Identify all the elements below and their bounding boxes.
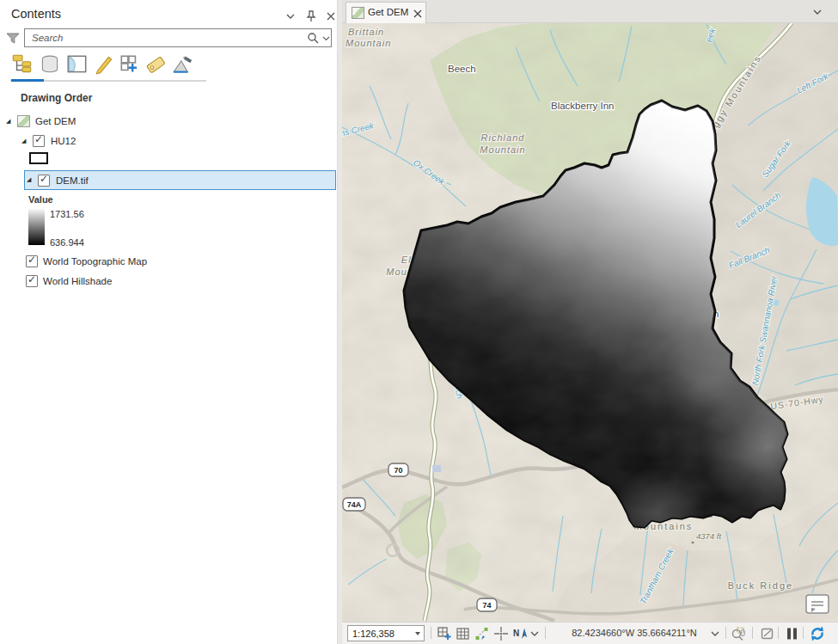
active-tab-indicator [11,79,44,82]
tab-list-chevron-icon[interactable] [811,6,823,18]
expand-triangle-icon[interactable]: ◢ [21,138,26,144]
map-tab-bar: Get DEM [342,0,838,23]
extent-constraint-icon[interactable] [760,626,775,641]
svg-text:4374 ft: 4374 ft [696,531,721,541]
snapping-icon[interactable] [474,626,490,641]
expand-triangle-icon[interactable]: ◢ [27,176,31,183]
list-by-data-source-icon[interactable] [38,53,62,76]
svg-text:74A: 74A [347,500,362,509]
map-canvas: Brittain Mountain Beech Blackberry Inn R… [342,23,838,622]
selection-count: 0 [740,628,745,638]
svg-text:Blackberry Inn: Blackberry Inn [551,101,615,111]
close-icon[interactable] [324,9,338,23]
map-thumbnail-icon [352,7,364,19]
dem-color-ramp [28,208,45,245]
filter-icon[interactable] [5,31,21,46]
world-hillshade-checkbox[interactable]: ✓ [26,275,38,287]
svg-text:70: 70 [394,466,402,475]
refresh-icon[interactable] [809,625,826,642]
panel-title: Contents [11,7,61,21]
hu12-symbol-swatch[interactable] [29,152,48,164]
map-pane: Get DEM [342,0,838,644]
map-status-bar: 1:126,358 N 82.4234660°W 35.6664211°N 0 [342,622,838,644]
map-item-label: Get DEM [35,116,76,126]
list-by-labeling-icon[interactable] [144,53,168,76]
tab-label: Get DEM [368,7,408,17]
layer-label: World Hillshade [43,276,112,286]
legend-min-value: 636.944 [50,237,84,248]
tree-item-world-hillshade[interactable]: ✓ World Hillshade [0,273,337,291]
tree-item-map[interactable]: ◢ Get DEM [0,113,337,131]
list-by-snapping-icon[interactable] [118,53,142,76]
tree-item-hu12[interactable]: ◢ ✓ HU12 [0,133,337,150]
map-thumbnail-icon [17,115,30,127]
coords-chevron-icon[interactable] [710,626,720,641]
demtif-checkbox[interactable]: ✓ [38,175,50,187]
svg-text:74: 74 [482,601,491,610]
svg-text:Mountain: Mountain [480,144,525,155]
map-notification-icon[interactable] [806,595,829,613]
tree-item-demtif[interactable]: ◢ ✓ DEM.tif [0,172,337,189]
add-bookmark-icon[interactable] [437,626,452,641]
hu12-checkbox[interactable]: ✓ [33,135,45,147]
legend-title: Value [28,194,53,205]
coordinates-display[interactable]: 82.4234660°W 35.6664211°N [561,628,707,638]
legend-max-value: 1731.56 [50,209,84,219]
pause-drawing-icon[interactable] [785,626,800,641]
tab-get-dem[interactable]: Get DEM [346,2,426,23]
svg-text:Brittain: Brittain [348,27,384,37]
grid-icon[interactable] [456,626,471,641]
world-topographic-checkbox[interactable]: ✓ [26,255,38,267]
scale-combobox[interactable]: 1:126,358 [347,625,425,641]
tab-close-icon[interactable] [413,9,423,19]
north-options-chevron-icon[interactable] [529,626,540,641]
layer-label: DEM.tif [56,175,89,186]
map-viewport[interactable]: Brittain Mountain Beech Blackberry Inn R… [342,23,838,622]
layer-label: HU12 [51,136,76,146]
scale-dropdown-arrow[interactable] [415,632,420,635]
expand-triangle-icon[interactable]: ◢ [6,118,10,125]
drawing-order-heading: Drawing Order [21,92,92,104]
search-box [24,28,332,47]
layer-label: World Topographic Map [43,256,147,267]
list-by-selection-icon[interactable] [65,53,89,76]
contents-panel: Contents Drawing Order [0,0,337,644]
svg-text:N: N [513,629,519,638]
north-arrow-icon[interactable]: N [512,626,528,641]
list-by-drawing-order-icon[interactable] [10,53,34,76]
scale-value: 1:126,358 [352,629,395,639]
svg-text:Richland: Richland [481,132,525,143]
svg-text:Buck Ridge: Buck Ridge [728,580,793,591]
search-icon[interactable] [307,32,320,45]
list-by-editing-icon[interactable] [92,53,116,76]
chevron-down-icon[interactable] [284,9,297,23]
list-by-perspective-icon[interactable] [171,53,195,76]
tree-item-world-topographic[interactable]: ✓ World Topographic Map [0,254,337,271]
crosshair-icon[interactable] [493,626,509,641]
pin-icon[interactable] [304,9,318,23]
svg-text:Mountain: Mountain [346,38,391,48]
svg-text:Beech: Beech [448,64,476,74]
search-input[interactable] [30,30,288,46]
search-options-chevron-icon[interactable] [321,33,332,44]
